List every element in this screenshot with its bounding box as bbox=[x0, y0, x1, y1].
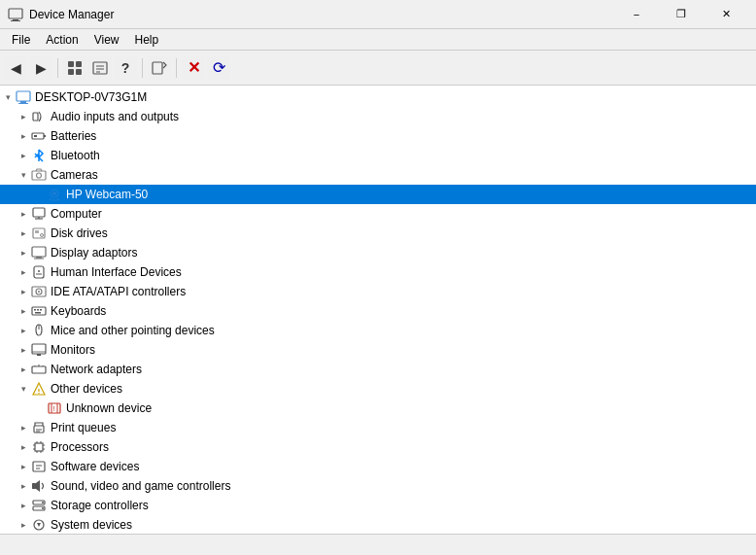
tree-label-batteries: Batteries bbox=[51, 129, 96, 143]
tree-item-bluetooth[interactable]: Bluetooth bbox=[0, 146, 756, 165]
svg-rect-19 bbox=[32, 171, 46, 180]
tree-item-system[interactable]: System devices bbox=[0, 515, 756, 534]
scan-button[interactable]: ⟳ bbox=[207, 56, 230, 80]
tree-item-root[interactable]: DESKTOP-0V73G1M bbox=[0, 87, 756, 107]
tree-item-webcam[interactable]: HP Webcam-50 bbox=[0, 185, 756, 204]
menu-item-action[interactable]: Action bbox=[38, 31, 86, 49]
tree-label-bluetooth: Bluetooth bbox=[51, 149, 100, 162]
expand-icon-computer[interactable] bbox=[16, 204, 31, 224]
tree-item-mice[interactable]: Mice and other pointing devices bbox=[0, 321, 756, 340]
expand-icon-display[interactable] bbox=[16, 243, 31, 262]
device-icon-display bbox=[31, 245, 47, 260]
device-icon-software bbox=[31, 459, 47, 474]
properties-button[interactable] bbox=[88, 56, 112, 80]
expand-icon-other[interactable] bbox=[16, 379, 31, 399]
device-icon-monitors bbox=[31, 342, 47, 358]
expand-icon-network[interactable] bbox=[16, 360, 31, 379]
svg-rect-2 bbox=[11, 20, 20, 21]
expand-icon-monitors[interactable] bbox=[16, 340, 31, 360]
device-icon-batteries bbox=[31, 128, 47, 144]
expand-icon-processors[interactable] bbox=[16, 437, 31, 457]
svg-point-76 bbox=[42, 502, 44, 503]
tree-label-mice: Mice and other pointing devices bbox=[51, 324, 215, 337]
expand-icon-bluetooth[interactable] bbox=[16, 146, 31, 165]
tree-item-hid[interactable]: Human Interface Devices bbox=[0, 262, 756, 282]
tree-item-batteries[interactable]: Batteries bbox=[0, 126, 756, 146]
uninstall-button[interactable]: ✕ bbox=[182, 56, 205, 80]
expand-icon-mice[interactable] bbox=[16, 321, 31, 340]
minimize-button[interactable]: − bbox=[614, 0, 659, 29]
tree-label-software: Software devices bbox=[51, 460, 139, 473]
device-icon-ide bbox=[31, 284, 47, 299]
tree-item-software[interactable]: Software devices bbox=[0, 457, 756, 476]
expand-icon-storage[interactable] bbox=[16, 496, 31, 515]
device-tree[interactable]: DESKTOP-0V73G1MAudio inputs and outputsB… bbox=[0, 86, 756, 534]
svg-rect-16 bbox=[32, 133, 44, 139]
tree-item-ide[interactable]: IDE ATA/ATAPI controllers bbox=[0, 282, 756, 301]
tree-item-network[interactable]: Network adapters bbox=[0, 360, 756, 379]
main-content: DESKTOP-0V73G1MAudio inputs and outputsB… bbox=[0, 86, 756, 534]
restore-button[interactable]: ❐ bbox=[659, 0, 704, 29]
title-bar-title: Device Manager bbox=[29, 8, 614, 21]
menu-item-file[interactable]: File bbox=[4, 31, 38, 49]
help-button[interactable]: ? bbox=[114, 56, 137, 80]
expand-icon-system[interactable] bbox=[16, 515, 31, 534]
device-icon-computer bbox=[31, 206, 47, 222]
toolbar: ◀ ▶ ? ✕ ⟳ bbox=[0, 51, 756, 86]
svg-rect-3 bbox=[68, 61, 74, 67]
tree-item-display[interactable]: Display adaptors bbox=[0, 243, 756, 262]
expand-icon-software[interactable] bbox=[16, 457, 31, 476]
forward-button[interactable]: ▶ bbox=[29, 56, 52, 80]
svg-rect-0 bbox=[9, 9, 22, 18]
tree-item-storage[interactable]: Storage controllers bbox=[0, 496, 756, 515]
svg-rect-42 bbox=[35, 312, 41, 314]
expand-icon-batteries[interactable] bbox=[16, 126, 31, 146]
menu-bar: FileActionViewHelp bbox=[0, 29, 756, 51]
expand-icon-keyboards[interactable] bbox=[16, 301, 31, 321]
device-icon-hid bbox=[31, 264, 47, 280]
tree-label-network: Network adapters bbox=[51, 363, 142, 376]
svg-rect-41 bbox=[40, 309, 42, 311]
close-button[interactable]: ✕ bbox=[704, 0, 748, 29]
tree-item-print[interactable]: Print queues bbox=[0, 418, 756, 437]
device-icon-bluetooth bbox=[31, 148, 47, 163]
tree-item-sound[interactable]: Sound, video and game controllers bbox=[0, 476, 756, 496]
tree-item-computer[interactable]: Computer bbox=[0, 204, 756, 224]
tree-label-display: Display adaptors bbox=[51, 246, 137, 260]
menu-item-help[interactable]: Help bbox=[127, 31, 167, 49]
device-icon-storage bbox=[31, 498, 47, 513]
device-icon-keyboards bbox=[31, 303, 47, 319]
device-icon-root bbox=[16, 89, 31, 105]
svg-rect-14 bbox=[18, 103, 28, 104]
svg-point-37 bbox=[38, 291, 40, 293]
tree-label-sound: Sound, video and game controllers bbox=[51, 479, 230, 493]
expand-icon-print[interactable] bbox=[16, 418, 31, 437]
svg-rect-31 bbox=[34, 259, 44, 260]
tree-item-audio[interactable]: Audio inputs and outputs bbox=[0, 107, 756, 126]
tree-item-processors[interactable]: Processors bbox=[0, 437, 756, 457]
expand-icon-hid[interactable] bbox=[16, 262, 31, 282]
menu-item-view[interactable]: View bbox=[86, 31, 127, 49]
update-driver-button[interactable] bbox=[148, 56, 171, 80]
device-icon-disk bbox=[31, 225, 47, 241]
expand-icon-root[interactable] bbox=[0, 87, 16, 107]
show-hide-button[interactable] bbox=[63, 56, 86, 80]
tree-item-other[interactable]: Other devices bbox=[0, 379, 756, 399]
expand-icon-ide[interactable] bbox=[16, 282, 31, 301]
svg-rect-30 bbox=[36, 257, 42, 259]
expand-icon-disk[interactable] bbox=[16, 224, 31, 243]
tree-item-cameras[interactable]: Cameras bbox=[0, 165, 756, 185]
tree-item-monitors[interactable]: Monitors bbox=[0, 340, 756, 360]
device-icon-print bbox=[31, 420, 47, 435]
tree-item-unknown[interactable]: !Unknown device bbox=[0, 399, 756, 418]
svg-rect-17 bbox=[44, 135, 46, 137]
tree-item-keyboards[interactable]: Keyboards bbox=[0, 301, 756, 321]
svg-point-77 bbox=[42, 507, 44, 509]
expand-icon-sound[interactable] bbox=[16, 476, 31, 496]
expand-icon-cameras[interactable] bbox=[16, 165, 31, 185]
expand-icon-audio[interactable] bbox=[16, 107, 31, 126]
svg-point-53 bbox=[38, 393, 39, 394]
back-button[interactable]: ◀ bbox=[4, 56, 27, 80]
device-icon-other bbox=[31, 381, 47, 397]
tree-item-disk[interactable]: Disk drives bbox=[0, 224, 756, 243]
